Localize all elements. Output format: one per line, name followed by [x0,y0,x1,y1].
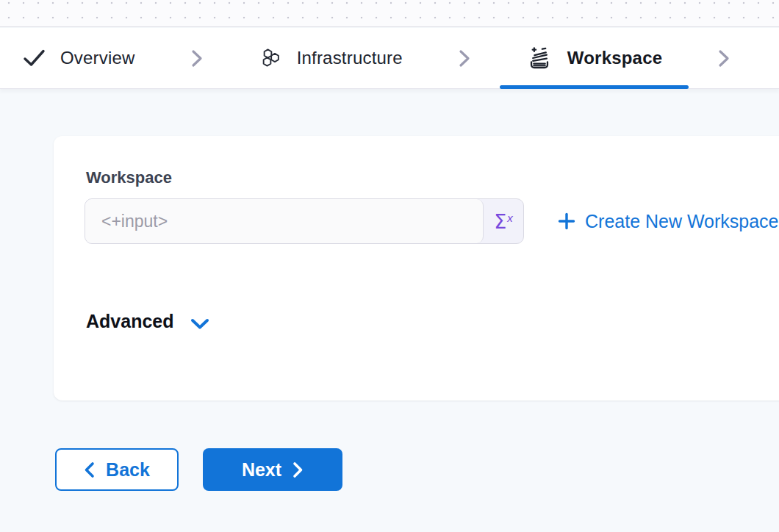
hexagons-icon [259,46,282,70]
active-step-underline [500,85,689,89]
workspace-field-label: Workspace [86,168,172,187]
back-button[interactable]: Back [55,448,179,491]
step-overview[interactable]: Overview [23,28,162,88]
check-icon [23,48,46,68]
chevron-right-icon [190,48,204,68]
advanced-toggle[interactable]: Advanced [86,311,210,332]
next-button-label: Next [242,459,281,481]
expression-sigma-button[interactable]: Σx [484,199,523,243]
step-infrastructure[interactable]: Infrastructure [232,28,429,88]
chevron-right-icon [457,48,472,68]
wizard-footer: Back Next [55,448,342,491]
step-overview-label: Overview [60,48,135,68]
chevron-right-icon [292,461,304,478]
create-new-workspace-link[interactable]: Create New Workspace [558,211,779,232]
workspace-input[interactable] [85,199,484,243]
back-button-label: Back [106,459,150,481]
step-infrastructure-label: Infrastructure [297,48,403,68]
chevron-right-icon [717,48,731,68]
next-button[interactable]: Next [203,448,342,491]
workspace-form-card: Workspace Σx Create New Workspace Advanc… [54,136,779,400]
wizard-stepper: Overview Infrastructure [0,28,779,89]
stack-icon [526,46,553,71]
sigma-icon: Σ [494,210,506,233]
create-new-workspace-label: Create New Workspace [585,211,779,232]
chevron-down-icon [190,317,210,331]
step-workspace-label: Workspace [567,48,662,68]
plus-icon [558,212,575,230]
advanced-label: Advanced [86,311,173,332]
chevron-left-icon [84,461,95,478]
step-workspace[interactable]: Workspace [500,28,689,88]
dotted-background-strip [0,0,779,27]
workspace-input-row: Σx Create New Workspace [85,198,779,244]
workspace-input-group: Σx [85,198,524,244]
